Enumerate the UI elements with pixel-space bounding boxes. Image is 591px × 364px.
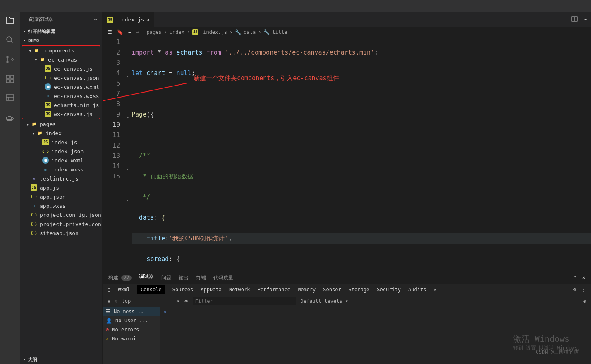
- wrench-icon: 🔧: [263, 29, 270, 35]
- svg-point-1: [7, 56, 8, 58]
- file-item[interactable]: { }project.config.json: [20, 210, 102, 219]
- search-icon[interactable]: [5, 35, 15, 46]
- msg-filter[interactable]: ⊗No errors: [103, 325, 160, 334]
- svg-rect-6: [6, 80, 9, 83]
- console-sidebar: ☰No mess... 👤No user ... ⊗No errors ⚠No …: [103, 307, 160, 364]
- close-icon[interactable]: ✕: [582, 275, 585, 281]
- context-select[interactable]: top▾: [122, 298, 179, 304]
- file-item[interactable]: { }sitemap.json: [20, 228, 102, 238]
- section-demo[interactable]: DEMO: [20, 36, 102, 45]
- more-icon[interactable]: ⋯: [584, 17, 587, 23]
- forward-icon[interactable]: →: [136, 29, 139, 35]
- extensions-icon[interactable]: [5, 74, 15, 85]
- bookmark-icon[interactable]: 🔖: [117, 29, 123, 35]
- sidebar-toggle-icon[interactable]: ▣: [108, 298, 110, 304]
- fold-icon[interactable]: ⌄: [127, 111, 129, 121]
- dt-tab[interactable]: Security: [377, 287, 401, 293]
- msg-filter[interactable]: 👤No user ...: [103, 316, 160, 325]
- tab-bar: JS index.js ✕ ⋯: [103, 12, 591, 27]
- close-icon[interactable]: ✕: [147, 17, 150, 23]
- folder-components[interactable]: ▾📁components: [22, 46, 100, 55]
- svg-rect-5: [11, 75, 14, 78]
- svg-rect-7: [11, 80, 14, 83]
- highlight-box: ▾📁components ▾📁ec-canvas JSec-canvas.js …: [22, 45, 100, 119]
- panel-tab[interactable]: 输出: [179, 274, 189, 281]
- panel-tab[interactable]: 构建 27: [108, 274, 132, 281]
- sidebar-title: 资源管理器 ⋯: [20, 12, 102, 27]
- dt-tab[interactable]: Network: [229, 287, 250, 293]
- folder-pages[interactable]: ▾📁pages: [20, 119, 102, 128]
- layout-icon[interactable]: [5, 93, 15, 105]
- panel-tab[interactable]: 调试器: [139, 273, 154, 282]
- csdn-watermark: CSDN @三脚猫的喵: [536, 349, 579, 356]
- dt-tab[interactable]: Audits: [408, 287, 426, 293]
- filter-input[interactable]: [193, 297, 296, 305]
- svg-point-2: [7, 61, 8, 63]
- inspect-icon[interactable]: ⬚: [108, 287, 110, 293]
- eye-icon[interactable]: 👁: [184, 298, 189, 304]
- dt-tab[interactable]: Console: [137, 285, 165, 294]
- file-tree: ▾📁components ▾📁ec-canvas JSec-canvas.js …: [20, 45, 102, 355]
- file-item[interactable]: JSindex.js: [20, 138, 102, 147]
- dt-tab[interactable]: Performance: [257, 287, 290, 293]
- section-outline[interactable]: 大纲: [20, 355, 102, 364]
- tab-label: index.js: [118, 17, 144, 23]
- list-icon[interactable]: ☰: [108, 29, 112, 35]
- file-item[interactable]: JSec-canvas.js: [22, 64, 100, 73]
- svg-rect-8: [6, 95, 14, 100]
- fold-icon[interactable]: ⌄: [127, 163, 129, 173]
- sidebar: 资源管理器 ⋯ 打开的编辑器 DEMO ▾📁components ▾📁ec-ca…: [20, 12, 103, 364]
- file-item[interactable]: { }ec-canvas.json: [22, 73, 100, 82]
- file-item[interactable]: { }app.json: [20, 192, 102, 201]
- back-icon[interactable]: ←: [128, 29, 131, 35]
- editor: JS index.js ✕ ⋯ ☰ 🔖 ← → pages › index › …: [103, 12, 591, 364]
- file-item[interactable]: ◉.eslintrc.js: [20, 174, 102, 183]
- folder-index[interactable]: ▾📁index: [20, 128, 102, 138]
- panel-tab[interactable]: 代码质量: [213, 274, 233, 281]
- file-item[interactable]: ⬢ec-canvas.wxml: [22, 82, 100, 91]
- section-open-editors[interactable]: 打开的编辑器: [20, 27, 102, 36]
- warning-icon: ⚠: [106, 336, 109, 342]
- file-item[interactable]: JSwx-canvas.js: [22, 109, 100, 119]
- file-item[interactable]: JSecharts.min.js: [22, 100, 100, 109]
- folder-ec-canvas[interactable]: ▾📁ec-canvas: [22, 55, 100, 64]
- msg-filter[interactable]: ☰No mess...: [103, 307, 160, 316]
- fold-icon[interactable]: ⌄: [127, 194, 129, 204]
- panel-tab[interactable]: 问题: [161, 274, 171, 281]
- more-tabs-icon[interactable]: »: [433, 287, 436, 293]
- fold-icon[interactable]: ⌄: [127, 70, 129, 80]
- code-content[interactable]: import * as echarts from '../../componen…: [127, 37, 591, 271]
- gear-icon[interactable]: ⚙: [573, 287, 576, 293]
- dt-tab[interactable]: Sensor: [323, 287, 341, 293]
- dt-tab[interactable]: Memory: [298, 287, 316, 293]
- panel-tab[interactable]: 终端: [196, 274, 206, 281]
- file-item[interactable]: ⊟app.wxss: [20, 201, 102, 210]
- chevron-up-icon[interactable]: ⌃: [574, 275, 577, 281]
- dt-tab[interactable]: AppData: [201, 287, 222, 293]
- dt-tab[interactable]: Wxml: [118, 287, 130, 293]
- breadcrumb[interactable]: ☰ 🔖 ← → pages › index › JS index.js › 🔧 …: [103, 27, 591, 37]
- dt-tab[interactable]: Storage: [349, 287, 370, 293]
- file-item[interactable]: ⬢index.wxml: [20, 156, 102, 165]
- docker-icon[interactable]: [5, 113, 15, 124]
- dt-tab[interactable]: Sources: [172, 287, 194, 293]
- file-item[interactable]: ⊟ec-canvas.wxss: [22, 91, 100, 100]
- explorer-icon[interactable]: [5, 16, 15, 27]
- file-item[interactable]: { }index.json: [20, 147, 102, 156]
- source-control-icon[interactable]: [5, 55, 15, 66]
- user-icon: 👤: [106, 318, 112, 324]
- msg-filter[interactable]: ⚠No warni...: [103, 334, 160, 343]
- more-icon[interactable]: ⋮: [581, 287, 586, 293]
- code-editor[interactable]: 12346789101112131415 ⌄ ⌄ ⌄ ⌄ import * as…: [103, 37, 591, 271]
- split-editor-icon[interactable]: [571, 16, 578, 24]
- file-item[interactable]: { }project.private.config.js...: [20, 219, 102, 228]
- levels-select[interactable]: Default levels ▾: [300, 298, 348, 304]
- svg-rect-4: [6, 75, 9, 78]
- line-numbers: 12346789101112131415 ⌄ ⌄ ⌄ ⌄: [103, 37, 127, 271]
- tab-index-js[interactable]: JS index.js ✕: [103, 12, 154, 27]
- more-icon[interactable]: ⋯: [94, 17, 97, 23]
- clear-icon[interactable]: ⊘: [115, 298, 117, 304]
- file-item[interactable]: JSapp.js: [20, 183, 102, 192]
- file-item[interactable]: ⊟index.wxss: [20, 165, 102, 174]
- gear-icon[interactable]: ⚙: [583, 298, 586, 304]
